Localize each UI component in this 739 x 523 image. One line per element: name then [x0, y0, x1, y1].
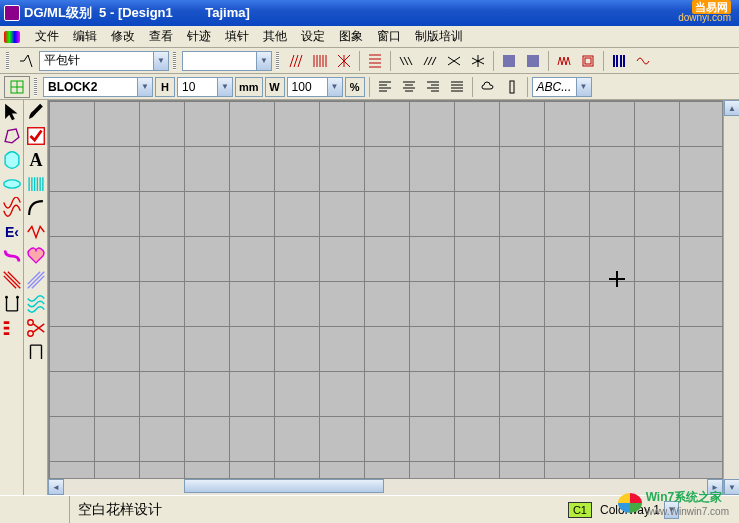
anchor-up-tool[interactable]: [24, 340, 48, 364]
site-logo: 当易网 downyi.com: [678, 2, 731, 23]
align-left-button[interactable]: [374, 76, 396, 98]
scroll-up-icon[interactable]: ▲: [724, 100, 739, 116]
menu-image[interactable]: 图象: [332, 26, 370, 47]
menu-view[interactable]: 查看: [142, 26, 180, 47]
zigline-tool[interactable]: [24, 220, 48, 244]
toolbox-left-1: E‹: [0, 100, 24, 495]
vstripe-tool[interactable]: [24, 172, 48, 196]
align-right-button[interactable]: [422, 76, 444, 98]
combo-2[interactable]: ▼: [182, 51, 272, 71]
align-center-button[interactable]: [398, 76, 420, 98]
menu-edit[interactable]: 编辑: [66, 26, 104, 47]
crosshair-cursor-icon: [609, 271, 625, 287]
watermark: Win7系统之家 www.Winwin7.com: [618, 489, 729, 517]
svg-point-5: [4, 180, 21, 188]
width-combo[interactable]: 100 ▼: [287, 77, 343, 97]
menu-window[interactable]: 窗口: [370, 26, 408, 47]
stitch-pattern-4-button[interactable]: [364, 50, 386, 72]
menu-fill[interactable]: 填针: [218, 26, 256, 47]
status-color-chip[interactable]: C1: [568, 502, 592, 518]
title-bar: DG/ML级别 5 - [Design1 Tajima] 当易网 downyi.…: [0, 0, 739, 26]
swirl-tool[interactable]: [0, 244, 24, 268]
shape-vert-button[interactable]: [501, 76, 523, 98]
stitch-zigzag-button[interactable]: [553, 50, 575, 72]
text-tool[interactable]: A: [24, 148, 48, 172]
ew-tool[interactable]: E‹: [0, 220, 24, 244]
canvas-area: ◄ ►: [48, 100, 723, 495]
menu-stitch[interactable]: 针迹: [180, 26, 218, 47]
fill-a-tool[interactable]: [0, 148, 24, 172]
text-combo[interactable]: ABC... ▼: [532, 77, 592, 97]
menu-training[interactable]: 制版培训: [408, 26, 470, 47]
stitch-cross-button[interactable]: [443, 50, 465, 72]
vertical-scrollbar[interactable]: ▲ ▼: [723, 100, 739, 495]
scroll-left-icon[interactable]: ◄: [48, 479, 64, 495]
width-label: W: [265, 77, 285, 97]
diag-a-tool[interactable]: [0, 268, 24, 292]
heart-tool[interactable]: [24, 244, 48, 268]
anchor-down-tool[interactable]: [0, 292, 24, 316]
stitch-pattern-2-button[interactable]: [309, 50, 331, 72]
grid-units-button[interactable]: [4, 76, 30, 98]
design-canvas[interactable]: [48, 100, 723, 479]
chevron-down-icon[interactable]: ▼: [217, 78, 232, 96]
pointer-tool[interactable]: [0, 100, 24, 124]
menu-file[interactable]: 文件: [28, 26, 66, 47]
curve-tool[interactable]: [24, 196, 48, 220]
brush-tool[interactable]: [24, 100, 48, 124]
stitch-type-value: 平包针: [40, 52, 153, 69]
menu-modify[interactable]: 修改: [104, 26, 142, 47]
chevron-down-icon[interactable]: ▼: [576, 78, 591, 96]
window-title: DG/ML级别 5 - [Design1 Tajima]: [24, 4, 735, 22]
height-label: H: [155, 77, 175, 97]
svg-point-9: [28, 320, 34, 326]
stitch-pattern-3-button[interactable]: [333, 50, 355, 72]
toolbox-left-2: A: [24, 100, 48, 495]
stitch-start-icon[interactable]: [15, 50, 37, 72]
svg-rect-2: [585, 58, 591, 64]
stitch-dense-v-button[interactable]: [498, 50, 520, 72]
stitch-pattern-1-button[interactable]: [285, 50, 307, 72]
stitch-wave-button[interactable]: [632, 50, 654, 72]
svg-point-10: [28, 331, 34, 337]
stitch-radial-button[interactable]: [467, 50, 489, 72]
grip-icon: [173, 52, 176, 70]
percent-label: %: [345, 77, 365, 97]
menu-other[interactable]: 其他: [256, 26, 294, 47]
chevron-down-icon[interactable]: ▼: [256, 52, 271, 70]
scissors-tool[interactable]: [24, 316, 48, 340]
check-tool[interactable]: [24, 124, 48, 148]
grid-overlay: [49, 101, 722, 478]
chevron-down-icon[interactable]: ▼: [153, 52, 168, 70]
stitch-diag-left-button[interactable]: [395, 50, 417, 72]
stitch-outline-button[interactable]: [577, 50, 599, 72]
chevron-down-icon[interactable]: ▼: [327, 78, 342, 96]
font-combo[interactable]: BLOCK2 ▼: [43, 77, 153, 97]
menu-bar: 文件 编辑 修改 查看 针迹 填针 其他 设定 图象 窗口 制版培训: [0, 26, 739, 48]
polygon-tool[interactable]: [0, 124, 24, 148]
align-justify-button[interactable]: [446, 76, 468, 98]
toolbar-primary: 平包针 ▼ ▼: [0, 48, 739, 74]
windows-logo-icon: [618, 493, 642, 513]
svg-rect-4: [510, 81, 514, 93]
wave-multi-tool[interactable]: [24, 292, 48, 316]
grip-icon: [34, 78, 37, 96]
fill-b-tool[interactable]: [0, 172, 24, 196]
diag-b-tool[interactable]: [24, 268, 48, 292]
stitch-bars-button[interactable]: [608, 50, 630, 72]
stitch-dense-h-button[interactable]: [522, 50, 544, 72]
status-bar: 空白花样设计 C1 Colorway 1 ▼ Win7系统之家 www.Winw…: [0, 495, 739, 523]
chevron-down-icon[interactable]: ▼: [137, 78, 152, 96]
height-combo[interactable]: 10 ▼: [177, 77, 233, 97]
row-start-tool[interactable]: [0, 316, 24, 340]
stitch-diag-right-button[interactable]: [419, 50, 441, 72]
menubar-icon: [4, 31, 20, 43]
shape-cloud-button[interactable]: [477, 76, 499, 98]
scroll-thumb[interactable]: [184, 479, 384, 493]
menu-settings[interactable]: 设定: [294, 26, 332, 47]
stitch-type-combo[interactable]: 平包针 ▼: [39, 51, 169, 71]
status-design-name: 空白花样设计: [70, 501, 568, 519]
grip-icon: [276, 52, 279, 70]
unit-label: mm: [235, 77, 263, 97]
wave-tool[interactable]: [0, 196, 24, 220]
